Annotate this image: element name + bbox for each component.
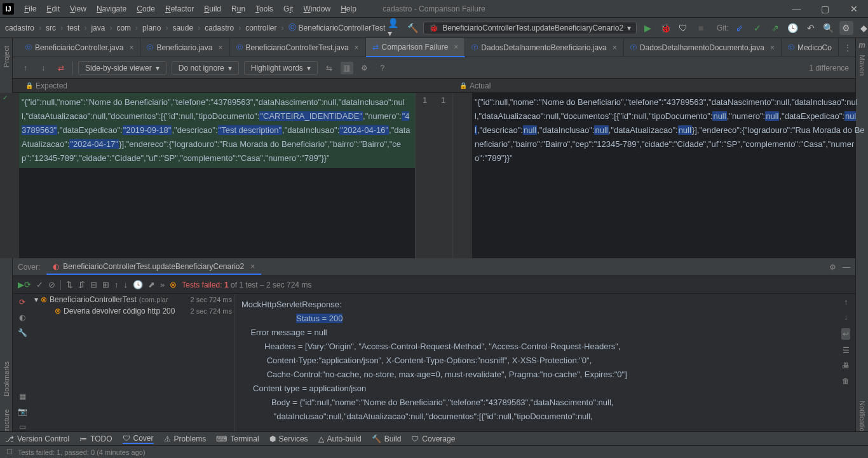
next-test-icon[interactable]: ↓ bbox=[124, 280, 128, 289]
run-config-selector[interactable]: 🐞 BeneficiarioControllerTest.updateBenef… bbox=[423, 22, 637, 34]
cover-tab[interactable]: ◐ BeneficiarioControllerTest.updateBenef… bbox=[46, 260, 261, 275]
tool-bookmarks[interactable]: Bookmarks bbox=[3, 361, 10, 396]
test-tree-item[interactable]: ⊗ Deveria devolver código http 200 2 sec… bbox=[32, 305, 234, 317]
diff-actual-pane[interactable]: "{"id":null,"nome":"Nome do Beneficiario… bbox=[453, 93, 868, 258]
status-icon[interactable]: ☐ bbox=[6, 448, 13, 456]
tab-dados-documento[interactable]: ⓡDadosDetalhamentoDocumento.java× bbox=[624, 38, 782, 57]
close-icon[interactable]: × bbox=[250, 262, 255, 271]
expand-all-icon[interactable]: ⊟ bbox=[90, 280, 97, 289]
search-icon[interactable]: 🔍 bbox=[822, 21, 836, 35]
close-icon[interactable]: × bbox=[129, 43, 133, 52]
settings-icon[interactable]: ⚙ bbox=[358, 62, 371, 74]
menu-view[interactable]: View bbox=[65, 3, 92, 15]
debug-button[interactable]: 🐞 bbox=[658, 21, 672, 35]
toggle-auto-icon[interactable]: ◐ bbox=[19, 313, 25, 322]
clear-icon[interactable]: 🗑 bbox=[842, 377, 850, 385]
highlight-mode-select[interactable]: Highlight words▾ bbox=[244, 61, 318, 75]
menu-edit[interactable]: Edit bbox=[41, 3, 65, 15]
run-button[interactable]: ▶ bbox=[641, 21, 654, 35]
bottom-tab-services[interactable]: ⬢Services bbox=[269, 434, 308, 443]
close-icon[interactable]: × bbox=[454, 43, 458, 52]
show-passed-icon[interactable]: ✓ bbox=[36, 280, 43, 289]
close-icon[interactable]: × bbox=[613, 43, 617, 52]
close-icon[interactable]: × bbox=[770, 43, 775, 52]
ai-icon[interactable]: ◆ bbox=[857, 21, 868, 35]
maven-icon[interactable]: m bbox=[858, 41, 865, 50]
bottom-tab-todo[interactable]: ≔TODO bbox=[79, 434, 112, 443]
build-icon[interactable]: 🔨 bbox=[405, 21, 419, 35]
sync-scroll-icon[interactable]: ▥ bbox=[341, 62, 353, 74]
breadcrumb[interactable]: src bbox=[46, 24, 56, 32]
git-push-icon[interactable]: ⇗ bbox=[768, 21, 782, 35]
menu-tools[interactable]: Tools bbox=[250, 3, 278, 15]
close-icon[interactable]: × bbox=[218, 43, 222, 52]
sort-abc-icon[interactable]: ⇵ bbox=[78, 280, 85, 289]
screenshot-icon[interactable]: 📷 bbox=[18, 407, 27, 416]
breadcrumb[interactable]: com bbox=[116, 24, 131, 32]
diff-expected-pane[interactable]: ✓ "{"id":null,"nome":"Nome do Beneficiar… bbox=[0, 93, 415, 258]
close-window-button[interactable]: ✕ bbox=[839, 0, 868, 18]
wrench-icon[interactable]: 🔧 bbox=[18, 328, 27, 337]
git-update-icon[interactable]: ⇙ bbox=[733, 21, 747, 35]
ignore-mode-select[interactable]: Do not ignore▾ bbox=[172, 61, 239, 75]
maximize-button[interactable]: ▢ bbox=[811, 0, 839, 18]
bottom-tab-autobuild[interactable]: △Auto-build bbox=[318, 434, 362, 443]
menu-window[interactable]: Window bbox=[298, 3, 336, 15]
pin-icon[interactable]: ▭ bbox=[19, 422, 26, 431]
more-icon[interactable]: » bbox=[160, 280, 165, 289]
tab-comparison-failure[interactable]: ⇄Comparison Failure× bbox=[366, 38, 466, 57]
sort-icon[interactable]: ⇅ bbox=[66, 280, 73, 289]
show-ignored-icon[interactable]: ⊘ bbox=[48, 280, 55, 289]
breadcrumb[interactable]: java bbox=[91, 24, 105, 32]
bottom-tab-build[interactable]: 🔨Build bbox=[372, 434, 402, 443]
test-tree[interactable]: ▾⊗ BeneficiarioControllerTest (com.plar … bbox=[32, 294, 235, 431]
stack-icon[interactable]: ☰ bbox=[843, 346, 850, 355]
menu-run[interactable]: Run bbox=[226, 3, 250, 15]
tool-project[interactable]: Project bbox=[3, 46, 10, 67]
bottom-tab-vcs[interactable]: ⎇Version Control bbox=[5, 434, 69, 443]
menu-help[interactable]: Help bbox=[336, 3, 362, 15]
tab-dados-beneficiario[interactable]: ⓡDadosDetalhamentoBeneficiario.java× bbox=[465, 38, 623, 57]
settings-icon[interactable]: ⚙ bbox=[829, 263, 836, 272]
layout-icon[interactable]: ▦ bbox=[19, 392, 26, 401]
tab-dropdown-icon[interactable]: ⋮ bbox=[844, 43, 851, 52]
bottom-tab-cover[interactable]: 🛡Cover bbox=[123, 434, 154, 444]
git-commit-icon[interactable]: ✓ bbox=[750, 21, 764, 35]
prev-diff-button[interactable]: ↑ bbox=[19, 62, 32, 74]
stop-button[interactable]: ■ bbox=[694, 21, 708, 35]
scroll-down-icon[interactable]: ↓ bbox=[844, 313, 848, 322]
bottom-tab-problems[interactable]: ⚠Problems bbox=[164, 434, 207, 443]
minimize-button[interactable]: — bbox=[782, 0, 811, 18]
bottom-tab-coverage[interactable]: 🛡Coverage bbox=[411, 434, 455, 443]
collapse-icon[interactable]: ⇆ bbox=[323, 62, 336, 74]
scroll-up-icon[interactable]: ↑ bbox=[844, 298, 848, 307]
help-icon[interactable]: ? bbox=[376, 62, 389, 74]
breadcrumb[interactable]: plano bbox=[142, 24, 161, 32]
tab-beneficiario[interactable]: ⓒBeneficiario.java× bbox=[140, 38, 229, 57]
user-icon[interactable]: 👤▾ bbox=[388, 21, 402, 35]
breadcrumb[interactable]: controller bbox=[245, 24, 276, 32]
import-tests-icon[interactable]: ⬈ bbox=[148, 280, 155, 289]
test-history-icon[interactable]: 🕓 bbox=[133, 280, 143, 289]
tab-beneficiario-controller-test[interactable]: ⓒBeneficiarioControllerTest.java× bbox=[230, 38, 366, 57]
bottom-tab-terminal[interactable]: ⌨Terminal bbox=[216, 434, 259, 443]
menu-navigate[interactable]: Navigate bbox=[92, 3, 132, 15]
menu-code[interactable]: Code bbox=[132, 3, 160, 15]
git-history-icon[interactable]: 🕓 bbox=[786, 21, 800, 35]
settings-icon[interactable]: ⚙ bbox=[839, 21, 853, 35]
breadcrumb[interactable]: cadastro bbox=[5, 24, 34, 32]
test-output[interactable]: MockHttpServletResponse: Status = 200 Er… bbox=[235, 294, 836, 431]
close-icon[interactable]: × bbox=[355, 43, 359, 52]
next-diff-button[interactable]: ↓ bbox=[37, 62, 50, 74]
menu-file[interactable]: File bbox=[19, 3, 41, 15]
breadcrumb[interactable]: cadastro bbox=[205, 24, 234, 32]
tab-medico[interactable]: ⓒMedicoCo bbox=[782, 38, 839, 57]
tool-maven[interactable]: Maven bbox=[858, 55, 866, 76]
menu-build[interactable]: Build bbox=[199, 3, 226, 15]
rerun-button[interactable]: ▶⟳ bbox=[18, 280, 31, 289]
collapse-all-icon[interactable]: ⊞ bbox=[102, 280, 109, 289]
print-icon[interactable]: 🖶 bbox=[842, 361, 850, 370]
coverage-button[interactable]: 🛡 bbox=[676, 21, 690, 35]
breadcrumb[interactable]: saude bbox=[172, 24, 193, 32]
prev-test-icon[interactable]: ↑ bbox=[114, 280, 119, 289]
